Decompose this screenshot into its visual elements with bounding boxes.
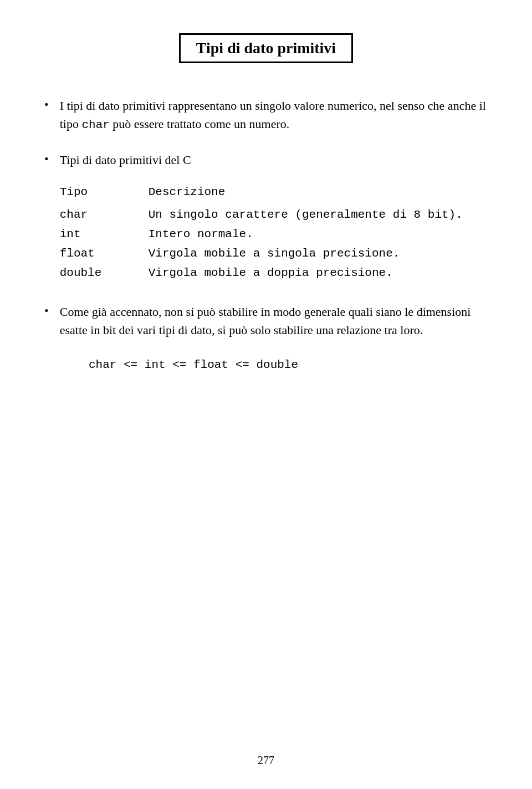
table-header-col2: Descrizione — [149, 186, 488, 198]
table-desc-double: Virgola mobile a doppia precisione. — [149, 267, 488, 279]
bullet-dot-3: • — [44, 304, 49, 318]
table-desc-int: Intero normale. — [149, 228, 488, 240]
table-desc-char: Un singolo carattere (generalmente di 8 … — [149, 208, 488, 221]
table-header-row: Tipo Descrizione — [60, 186, 488, 198]
code-relation: char <= int <= float <= double — [89, 358, 488, 371]
bullet2-intro: Tipi di dato primitivi del C — [60, 151, 488, 169]
table-row-char: char Un singolo carattere (generalmente … — [60, 208, 488, 221]
title-box: Tipi di dato primitivi — [179, 33, 353, 63]
table-desc-float: Virgola mobile a singola precisione. — [149, 247, 488, 260]
bullet-item-3: • Come già accennato, non si può stabili… — [44, 303, 488, 339]
bullet1-code: char — [81, 119, 109, 131]
bullet-item-2: • Tipi di dato primitivi del C Tipo Desc… — [44, 151, 488, 286]
table-section: Tipo Descrizione char Un singolo caratte… — [60, 186, 488, 279]
bullet-content-3: Come già accennato, non si può stabilire… — [60, 303, 488, 339]
bullet-dot-2: • — [44, 152, 49, 166]
bullet-content-2: Tipi di dato primitivi del C Tipo Descri… — [60, 151, 488, 286]
page: Tipi di dato primitivi • I tipi di dato … — [0, 0, 532, 789]
title-wrapper: Tipi di dato primitivi — [44, 33, 488, 63]
bullet1-text-after: può essere trattato come un numero. — [110, 117, 289, 131]
table-row-int: int Intero normale. — [60, 228, 488, 240]
page-title: Tipi di dato primitivi — [196, 39, 336, 57]
bullet-item-1: • I tipi di dato primitivi rappresentano… — [44, 96, 488, 134]
table-tipo-double: double — [60, 267, 149, 279]
table-row-float: float Virgola mobile a singola precision… — [60, 247, 488, 260]
bullet-dot-1: • — [44, 98, 49, 112]
table-tipo-char: char — [60, 208, 149, 221]
table-tipo-float: float — [60, 247, 149, 260]
table-row-double: double Virgola mobile a doppia precision… — [60, 267, 488, 279]
table-header-col1: Tipo — [60, 186, 149, 198]
table-tipo-int: int — [60, 228, 149, 240]
bullet-content-1: I tipi di dato primitivi rappresentano u… — [60, 96, 488, 134]
bullet3-text: Come già accennato, non si può stabilire… — [60, 305, 471, 337]
page-number: 277 — [258, 754, 274, 767]
